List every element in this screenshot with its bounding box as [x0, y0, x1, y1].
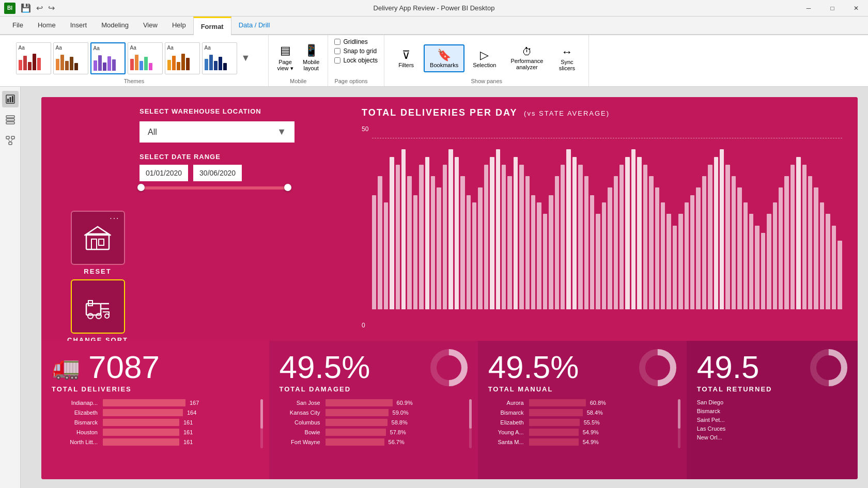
- tab-help[interactable]: Help: [165, 15, 193, 34]
- maximize-button[interactable]: □: [820, 0, 844, 17]
- close-button[interactable]: ✕: [844, 0, 868, 17]
- snap-to-grid-checkbox[interactable]: Snap to grid: [334, 48, 378, 55]
- gridlines-input[interactable]: [334, 39, 340, 45]
- lock-objects-checkbox[interactable]: Lock objects: [334, 57, 378, 64]
- bookmarks-icon: 🔖: [437, 49, 451, 62]
- chart-bar-67: [767, 214, 771, 309]
- damaged-scrollbar[interactable]: [469, 399, 472, 448]
- city-bar-4: [103, 429, 179, 436]
- reset-btn-wrapper: ··· RESET: [71, 211, 125, 275]
- city-bar-3: [103, 419, 179, 426]
- show-panes-section: ⊽ Filters 🔖 Bookmarks ▷ Selection ⏱ Perf…: [384, 35, 589, 86]
- save-icon[interactable]: 💾: [19, 2, 33, 14]
- date-end[interactable]: 30/06/2020: [193, 165, 242, 181]
- scrollbar-thumb[interactable]: [260, 399, 263, 429]
- tab-format[interactable]: Format: [193, 17, 231, 35]
- chart-bar-60: [725, 165, 730, 309]
- tab-home[interactable]: Home: [30, 15, 63, 34]
- sidebar-report-icon[interactable]: [2, 91, 19, 107]
- mobile-layout-button[interactable]: 📱 Mobilelayout: [299, 42, 323, 73]
- sidebar-data-icon[interactable]: [2, 112, 19, 128]
- total-deliveries-label: TOTAL DELIVERIES: [52, 385, 259, 393]
- bookmarks-button[interactable]: 🔖 Bookmarks: [424, 44, 464, 72]
- city-list-scrollbar[interactable]: [260, 399, 263, 448]
- chart-bar-34: [572, 157, 577, 309]
- snap-to-grid-input[interactable]: [334, 48, 340, 54]
- chart-bar-63: [743, 202, 748, 309]
- city-name-1: Indianap...: [52, 400, 101, 406]
- slider-thumb-right[interactable]: [284, 184, 291, 191]
- stat-total-damaged: 49.5% TOTAL DAMAGED San Jose 60.9% Kansa…: [269, 341, 478, 479]
- minimize-button[interactable]: ─: [797, 0, 820, 17]
- theme-3[interactable]: Aa: [90, 42, 126, 74]
- svg-rect-3: [12, 96, 13, 102]
- chart-bar-29: [543, 214, 547, 309]
- date-slider[interactable]: [140, 186, 289, 190]
- chart-bar-14: [455, 157, 459, 309]
- sidebar-model-icon[interactable]: [2, 132, 19, 149]
- undo-icon[interactable]: ↩: [34, 2, 45, 14]
- city-val-4: 161: [183, 429, 193, 435]
- theme-1[interactable]: Aa: [16, 42, 51, 74]
- tab-view[interactable]: View: [136, 15, 165, 34]
- mobile-layout-icon: 📱: [304, 44, 318, 57]
- chart-title-sub: (vs STATE AVERAGE): [524, 109, 610, 117]
- chart-bar-61: [732, 176, 736, 309]
- chart-bar-55: [696, 187, 700, 309]
- chart-bar-21: [496, 149, 500, 309]
- theme-5[interactable]: Aa: [165, 42, 200, 74]
- chart-bar-36: [584, 176, 588, 309]
- themes-gallery-arrow[interactable]: ▼: [239, 53, 253, 64]
- city-val-2: 164: [187, 410, 196, 416]
- change-sort-button[interactable]: [71, 279, 125, 334]
- theme-6[interactable]: Aa: [202, 42, 237, 74]
- chart-bar-40: [608, 187, 612, 309]
- page-view-button[interactable]: ▤ Pageview ▾: [273, 42, 298, 74]
- chart-bar-49: [661, 202, 665, 309]
- slider-thumb-left[interactable]: [137, 184, 145, 191]
- chart-bar-43: [625, 157, 629, 309]
- chart-bar-50: [667, 214, 671, 309]
- reset-button[interactable]: ···: [71, 211, 125, 265]
- city-name-2: Elizabeth: [52, 410, 101, 416]
- city-name-5: North Litt...: [52, 439, 101, 445]
- theme-4[interactable]: Aa: [128, 42, 163, 74]
- filters-button[interactable]: ⊽ Filters: [391, 44, 422, 72]
- chart-bar-79: [838, 241, 842, 309]
- chart-bar-69: [779, 187, 783, 309]
- gridlines-checkbox[interactable]: Gridlines: [334, 38, 378, 45]
- chart-dotted-line: [372, 138, 842, 138]
- chart-bar-76: [820, 202, 824, 309]
- tab-file[interactable]: File: [5, 15, 30, 34]
- tab-insert[interactable]: Insert: [63, 15, 95, 34]
- window-controls: ─ □ ✕: [797, 0, 868, 17]
- tab-modeling[interactable]: Modeling: [94, 15, 136, 34]
- sync-slicers-button[interactable]: ↔ Syncslicers: [551, 41, 582, 75]
- chart-bar-35: [578, 165, 582, 309]
- chart-bar-41: [614, 176, 618, 309]
- warehouse-dropdown[interactable]: All ▼: [140, 121, 295, 143]
- returned-city-list: San Diego Bismarck Saint Pet... Las Cruc…: [697, 399, 847, 443]
- chart-bar-37: [590, 195, 594, 309]
- page-view-label: Pageview ▾: [277, 59, 293, 72]
- theme-2[interactable]: Aa: [53, 42, 88, 74]
- date-start[interactable]: 01/01/2020: [140, 165, 188, 181]
- svg-rect-1: [7, 99, 9, 102]
- stat-total-returned: 49.5 TOTAL RETURNED San Diego Bismarck S…: [687, 341, 858, 479]
- performance-analyzer-button[interactable]: ⏱ Performanceanalyzer: [504, 42, 549, 74]
- tab-data-drill[interactable]: Data / Drill: [231, 15, 277, 34]
- chart-bar-28: [537, 202, 541, 309]
- three-dots-icon[interactable]: ···: [110, 214, 119, 223]
- chart-bar-51: [673, 226, 677, 309]
- redo-icon[interactable]: ↪: [46, 2, 57, 14]
- title-bar: BI 💾 ↩ ↪ Delivery App Review - Power BI …: [0, 0, 868, 17]
- svg-rect-5: [6, 119, 14, 121]
- lock-objects-input[interactable]: [334, 57, 340, 64]
- chart-bar-78: [832, 226, 836, 309]
- manual-scrollbar[interactable]: [678, 399, 680, 448]
- selection-button[interactable]: ▷ Selection: [467, 44, 502, 72]
- chart-bar-32: [561, 165, 565, 309]
- chart-bar-72: [796, 157, 800, 309]
- svg-rect-12: [86, 234, 109, 249]
- chart-bar-31: [555, 176, 559, 309]
